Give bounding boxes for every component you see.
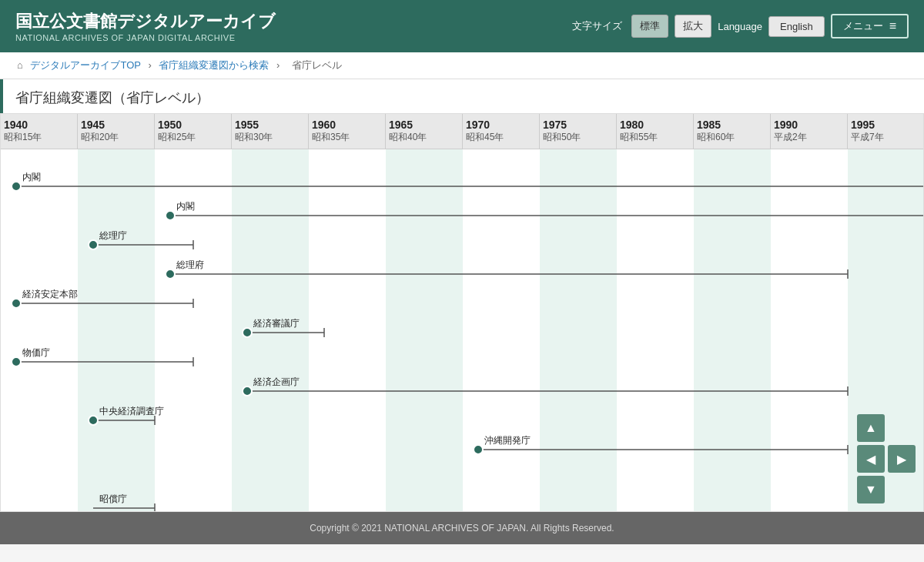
year-col-1985: 1985昭和60年 [694,114,771,149]
year-western-1955: 1955 [235,119,305,131]
scroll-left-button[interactable]: ◀ [857,445,885,473]
footer: Copyright © 2021 NATIONAL ARCHIVES OF JA… [0,512,924,544]
year-col-1945: 1945昭和20年 [78,114,155,149]
year-western-1960: 1960 [312,119,382,131]
year-japanese-1960: 昭和35年 [312,131,382,144]
breadcrumb-link-search[interactable]: 省庁組織変遷図から検索 [159,59,269,71]
scroll-up-button[interactable]: ▲ [857,414,885,442]
year-japanese-1980: 昭和55年 [620,131,690,144]
year-header: 1940昭和15年1945昭和20年1950昭和25年1955昭和30年1960… [1,114,923,149]
font-size-label: 文字サイズ [572,19,622,33]
year-western-1985: 1985 [697,119,767,131]
year-japanese-1955: 昭和30年 [235,131,305,144]
page-title-container: 省庁組織変遷図（省庁レベル） [0,79,924,113]
year-japanese-1965: 昭和40年 [389,131,459,144]
breadcrumb-link-home[interactable]: デジタルアーカイブTOP [30,59,140,71]
col-bg-0 [1,149,78,511]
year-japanese-1990: 平成2年 [774,131,844,144]
year-col-1975: 1975昭和50年 [540,114,617,149]
menu-button[interactable]: メニュー ≡ [831,14,909,38]
breadcrumb-sep2: › [276,59,280,71]
col-bg-7 [540,149,617,511]
year-col-1980: 1980昭和55年 [617,114,694,149]
site-logo: 国立公文書館デジタルアーカイブ NATIONAL ARCHIVES OF JAP… [15,10,276,42]
year-col-1995: 1995平成7年 [848,114,924,149]
breadcrumb-sep1: › [148,59,151,71]
timeline-wrapper: 1940昭和15年1945昭和20年1950昭和25年1955昭和30年1960… [0,113,924,512]
col-bg-4 [309,149,386,511]
year-col-1965: 1965昭和40年 [386,114,463,149]
header-controls: 文字サイズ 標準 拡大 Language English メニュー ≡ [572,14,909,38]
year-col-1990: 1990平成2年 [771,114,848,149]
year-western-1975: 1975 [543,119,613,131]
year-col-1950: 1950昭和25年 [155,114,232,149]
col-bg-6 [463,149,540,511]
scroll-down-button[interactable]: ▼ [857,476,885,503]
footer-text: Copyright © 2021 NATIONAL ARCHIVES OF JA… [310,523,614,534]
year-japanese-1970: 昭和45年 [466,131,536,144]
page-title: 省庁組織変遷図（省庁レベル） [15,89,912,107]
year-japanese-1945: 昭和20年 [81,131,151,144]
year-col-1955: 1955昭和30年 [232,114,309,149]
timeline-body: 内閣内閣内閣内閣総理庁総理府経済安定本部経済審議庁物価庁経済企画庁中央経済調査庁… [1,149,924,511]
year-western-1950: 1950 [158,119,228,131]
col-bg-10 [771,149,848,511]
year-japanese-1985: 昭和60年 [697,131,767,144]
year-western-1945: 1945 [81,119,151,131]
col-bg-3 [232,149,309,511]
year-col-1940: 1940昭和15年 [1,114,78,149]
year-japanese-1940: 昭和15年 [4,131,74,144]
col-bg-9 [694,149,771,511]
col-bg-2 [155,149,232,511]
year-japanese-1950: 昭和25年 [158,131,228,144]
nav-lr-row: ◀ ▶ [857,445,916,473]
language-label: Language [718,21,762,32]
nav-buttons: ▲ ◀ ▶ ▼ [857,414,916,503]
year-col-1970: 1970昭和45年 [463,114,540,149]
year-western-1995: 1995 [851,119,921,131]
col-bg-5 [386,149,463,511]
main-content: 1940昭和15年1945昭和20年1950昭和25年1955昭和30年1960… [0,113,924,512]
year-western-1980: 1980 [620,119,690,131]
year-western-1990: 1990 [774,119,844,131]
year-col-1960: 1960昭和35年 [309,114,386,149]
scroll-right-button[interactable]: ▶ [888,445,916,473]
header: 国立公文書館デジタルアーカイブ NATIONAL ARCHIVES OF JAP… [0,0,924,52]
col-bg-1 [78,149,155,511]
year-western-1970: 1970 [466,119,536,131]
breadcrumb: ⌂ デジタルアーカイブTOP › 省庁組織変遷図から検索 › 省庁レベル [0,52,924,79]
year-japanese-1995: 平成7年 [851,131,921,144]
year-western-1940: 1940 [4,119,74,131]
year-western-1965: 1965 [389,119,459,131]
logo-main-text: 国立公文書館デジタルアーカイブ [15,10,276,33]
breadcrumb-current: 省庁レベル [292,59,342,71]
logo-sub-text: NATIONAL ARCHIVES OF JAPAN DIGITAL ARCHI… [15,33,276,42]
menu-icon: ≡ [889,19,896,33]
year-japanese-1975: 昭和50年 [543,131,613,144]
font-enlarge-button[interactable]: 拡大 [675,15,711,38]
col-bg-8 [617,149,694,511]
home-icon: ⌂ [17,59,23,71]
font-standard-button[interactable]: 標準 [631,15,668,38]
language-english-button[interactable]: English [768,16,825,37]
